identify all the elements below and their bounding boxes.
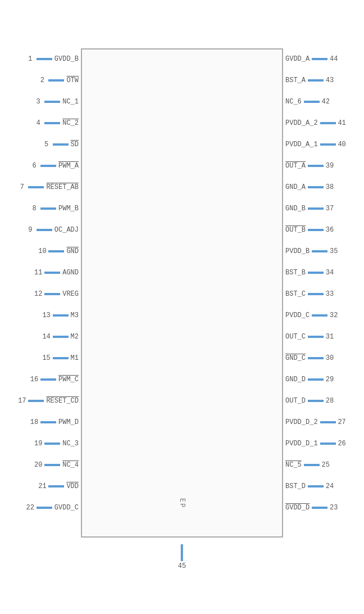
pin-line-39 xyxy=(308,165,324,167)
pin-label-9: OC_ADJ xyxy=(52,226,81,234)
left-pin-17: RESET_CD17 xyxy=(25,390,81,412)
pin-label-12: VREG xyxy=(60,290,81,298)
pin-number-25: 25 xyxy=(320,461,332,469)
pin-label-19: NC_3 xyxy=(60,440,81,448)
left-pin-9: OC_ADJ9 xyxy=(25,219,81,241)
pin-number-40: 40 xyxy=(336,141,348,148)
pin-label-4: NC_2 xyxy=(60,119,81,127)
pin-label-2: OTW xyxy=(64,76,81,84)
pin-line-42 xyxy=(304,101,320,103)
pin-line-43 xyxy=(308,79,324,82)
right-pin-24: BST_D24 xyxy=(283,476,339,497)
pin-line-11 xyxy=(44,272,60,274)
pin-number-7: 7 xyxy=(16,183,28,191)
pin-number-30: 30 xyxy=(324,354,336,362)
right-pin-39: OUT_A39 xyxy=(283,155,339,177)
right-pin-31: OUT_C31 xyxy=(283,326,339,347)
pin-line-16 xyxy=(40,378,56,381)
pin-label-23: GVDD_D xyxy=(283,504,312,512)
left-pin-19: NC_319 xyxy=(25,433,81,454)
pin-line-5 xyxy=(53,143,69,146)
pin-number-32: 32 xyxy=(327,311,340,319)
pin-line-24 xyxy=(308,485,324,487)
pin-label-16: PWM_C xyxy=(56,376,81,383)
pin-line-33 xyxy=(308,293,324,295)
pin-label-13: M3 xyxy=(69,311,81,319)
left-pin-8: PWM_B8 xyxy=(25,198,81,219)
pin-number-23: 23 xyxy=(327,504,340,512)
pin-label-39: OUT_A xyxy=(283,162,308,170)
pin-line-27 xyxy=(320,421,336,423)
pin-number-26: 26 xyxy=(336,440,348,448)
pin-line-7 xyxy=(28,186,44,188)
pin-line-38 xyxy=(308,186,324,188)
pin-label-10: GND xyxy=(64,247,81,255)
pin-label-37: GND_B xyxy=(283,205,308,213)
pin-label-42: NC_6 xyxy=(283,98,304,106)
pin-line-26 xyxy=(320,443,336,445)
pin-line-44 xyxy=(312,58,327,60)
pin-line-13 xyxy=(53,314,69,317)
pin-label-18: PWM_D xyxy=(56,418,81,426)
ic-body: EP 45 xyxy=(81,48,283,538)
left-pin-7: RESET_AB7 xyxy=(25,177,81,198)
pin-number-31: 31 xyxy=(324,333,336,341)
right-pin-35: PVDD_B35 xyxy=(283,241,339,262)
pin-line-19 xyxy=(44,443,60,445)
pin-label-25: NC_5 xyxy=(283,461,304,469)
pin-number-36: 36 xyxy=(324,226,336,234)
pin-number-17: 17 xyxy=(16,397,28,405)
pin-line-10 xyxy=(48,250,64,252)
pin-label-1: GVDD_B xyxy=(52,55,81,63)
pin-line-31 xyxy=(308,336,324,338)
left-pin-16: PWM_C16 xyxy=(25,369,81,390)
pin-label-21: VDD xyxy=(64,482,81,490)
pin-label-41: PVDD_A_2 xyxy=(283,119,320,127)
pin-line-14 xyxy=(53,336,69,338)
pin-label-5: SD xyxy=(69,141,81,148)
left-pin-3: NC_13 xyxy=(25,91,81,112)
pin-label-8: PWM_B xyxy=(56,205,81,213)
pin-line-30 xyxy=(308,357,324,359)
left-pins: GVDD_B1OTW2NC_13NC_24SD5PWM_A6RESET_AB7P… xyxy=(25,48,81,518)
left-pin-5: SD5 xyxy=(25,134,81,155)
right-pins: GVDD_A44BST_A43NC_642PVDD_A_241PVDD_A_14… xyxy=(283,48,339,518)
pin-label-11: AGND xyxy=(60,269,81,277)
left-pin-12: VREG12 xyxy=(25,283,81,305)
pin-number-43: 43 xyxy=(324,76,336,84)
pin-label-33: BST_C xyxy=(283,290,308,298)
pin-label-7: RESET_AB xyxy=(44,183,81,191)
pin-label-40: PVDD_A_1 xyxy=(283,141,320,148)
pin-line-29 xyxy=(308,378,324,381)
right-pin-23: GVDD_D23 xyxy=(283,497,339,518)
pin-line-6 xyxy=(40,165,56,167)
pin-number-24: 24 xyxy=(324,482,336,490)
pin-number-44: 44 xyxy=(327,55,340,63)
pin-line-25 xyxy=(304,464,320,466)
left-pin-18: PWM_D18 xyxy=(25,412,81,433)
right-pin-32: PVDD_C32 xyxy=(283,305,339,326)
pin-line-35 xyxy=(312,250,327,252)
right-pin-29: GND_D29 xyxy=(283,369,339,390)
pin-number-42: 42 xyxy=(320,98,332,106)
pin-number-4: 4 xyxy=(32,119,44,127)
pin-label-36: OUT_B xyxy=(283,226,308,234)
pin-label-20: NC_4 xyxy=(60,461,81,469)
left-pin-20: NC_420 xyxy=(25,454,81,476)
pin-number-2: 2 xyxy=(36,76,48,84)
left-pin-1: GVDD_B1 xyxy=(25,48,81,70)
right-pin-27: PVDD_D_227 xyxy=(283,412,339,433)
left-pin-10: GND10 xyxy=(25,241,81,262)
pin-line-23 xyxy=(312,507,327,509)
pin-label-43: BST_A xyxy=(283,76,308,84)
bottom-pin-line xyxy=(181,544,183,561)
pin-label-26: PVDD_D_1 xyxy=(283,440,320,448)
pin-number-9: 9 xyxy=(24,226,37,234)
pin-line-21 xyxy=(48,485,64,487)
left-pin-11: AGND11 xyxy=(25,262,81,283)
pin-label-38: GND_A xyxy=(283,183,308,191)
left-pin-2: OTW2 xyxy=(25,70,81,91)
pin-label-14: M2 xyxy=(69,333,81,341)
pin-number-39: 39 xyxy=(324,162,336,170)
pin-number-18: 18 xyxy=(28,418,40,426)
